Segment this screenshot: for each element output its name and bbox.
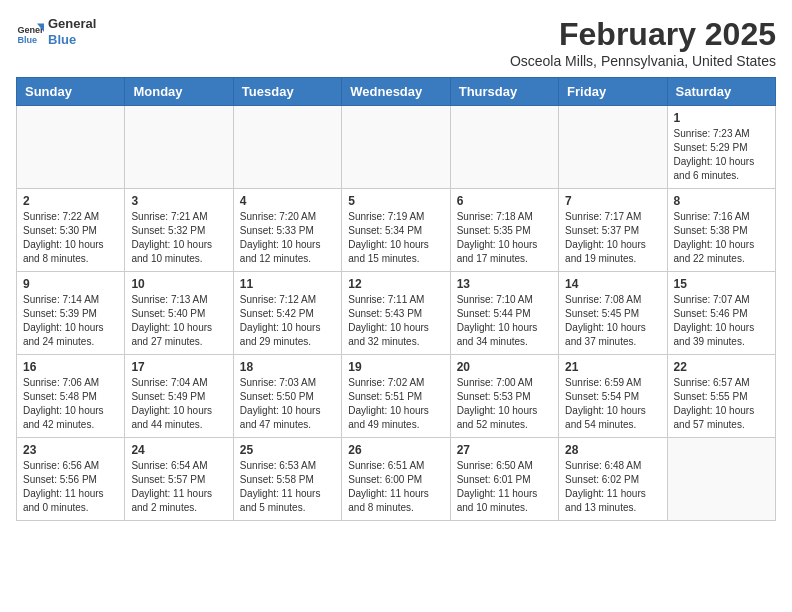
calendar-cell: 28Sunrise: 6:48 AM Sunset: 6:02 PM Dayli… [559,438,667,521]
day-number: 14 [565,277,660,291]
logo-general: General [48,16,96,32]
day-info: Sunrise: 6:48 AM Sunset: 6:02 PM Dayligh… [565,459,660,515]
day-info: Sunrise: 7:06 AM Sunset: 5:48 PM Dayligh… [23,376,118,432]
calendar-cell: 20Sunrise: 7:00 AM Sunset: 5:53 PM Dayli… [450,355,558,438]
day-info: Sunrise: 7:19 AM Sunset: 5:34 PM Dayligh… [348,210,443,266]
calendar-cell: 15Sunrise: 7:07 AM Sunset: 5:46 PM Dayli… [667,272,775,355]
day-number: 6 [457,194,552,208]
day-info: Sunrise: 7:20 AM Sunset: 5:33 PM Dayligh… [240,210,335,266]
calendar-cell [233,106,341,189]
day-info: Sunrise: 7:13 AM Sunset: 5:40 PM Dayligh… [131,293,226,349]
weekday-header-wednesday: Wednesday [342,78,450,106]
day-info: Sunrise: 6:50 AM Sunset: 6:01 PM Dayligh… [457,459,552,515]
calendar-cell: 19Sunrise: 7:02 AM Sunset: 5:51 PM Dayli… [342,355,450,438]
day-number: 21 [565,360,660,374]
page-header: General Blue General Blue February 2025 … [16,16,776,69]
calendar-cell: 22Sunrise: 6:57 AM Sunset: 5:55 PM Dayli… [667,355,775,438]
calendar-week-row: 23Sunrise: 6:56 AM Sunset: 5:56 PM Dayli… [17,438,776,521]
calendar-table: SundayMondayTuesdayWednesdayThursdayFrid… [16,77,776,521]
calendar-cell: 26Sunrise: 6:51 AM Sunset: 6:00 PM Dayli… [342,438,450,521]
weekday-header-saturday: Saturday [667,78,775,106]
location-subtitle: Osceola Mills, Pennsylvania, United Stat… [510,53,776,69]
day-number: 26 [348,443,443,457]
day-number: 4 [240,194,335,208]
logo-blue: Blue [48,32,96,48]
day-number: 11 [240,277,335,291]
day-number: 18 [240,360,335,374]
day-number: 28 [565,443,660,457]
day-number: 1 [674,111,769,125]
calendar-cell: 2Sunrise: 7:22 AM Sunset: 5:30 PM Daylig… [17,189,125,272]
day-number: 25 [240,443,335,457]
calendar-cell: 6Sunrise: 7:18 AM Sunset: 5:35 PM Daylig… [450,189,558,272]
calendar-cell: 11Sunrise: 7:12 AM Sunset: 5:42 PM Dayli… [233,272,341,355]
calendar-cell: 14Sunrise: 7:08 AM Sunset: 5:45 PM Dayli… [559,272,667,355]
calendar-cell: 12Sunrise: 7:11 AM Sunset: 5:43 PM Dayli… [342,272,450,355]
day-info: Sunrise: 6:57 AM Sunset: 5:55 PM Dayligh… [674,376,769,432]
calendar-cell: 27Sunrise: 6:50 AM Sunset: 6:01 PM Dayli… [450,438,558,521]
day-number: 2 [23,194,118,208]
day-number: 24 [131,443,226,457]
calendar-cell: 5Sunrise: 7:19 AM Sunset: 5:34 PM Daylig… [342,189,450,272]
svg-text:Blue: Blue [17,34,37,44]
calendar-cell: 7Sunrise: 7:17 AM Sunset: 5:37 PM Daylig… [559,189,667,272]
calendar-cell: 23Sunrise: 6:56 AM Sunset: 5:56 PM Dayli… [17,438,125,521]
day-number: 10 [131,277,226,291]
day-number: 23 [23,443,118,457]
calendar-cell [559,106,667,189]
day-info: Sunrise: 7:22 AM Sunset: 5:30 PM Dayligh… [23,210,118,266]
calendar-cell: 1Sunrise: 7:23 AM Sunset: 5:29 PM Daylig… [667,106,775,189]
day-number: 5 [348,194,443,208]
day-info: Sunrise: 7:02 AM Sunset: 5:51 PM Dayligh… [348,376,443,432]
month-title: February 2025 [510,16,776,53]
day-number: 8 [674,194,769,208]
day-number: 20 [457,360,552,374]
calendar-cell [667,438,775,521]
calendar-cell [125,106,233,189]
calendar-cell: 21Sunrise: 6:59 AM Sunset: 5:54 PM Dayli… [559,355,667,438]
day-info: Sunrise: 6:54 AM Sunset: 5:57 PM Dayligh… [131,459,226,515]
day-info: Sunrise: 7:03 AM Sunset: 5:50 PM Dayligh… [240,376,335,432]
day-number: 12 [348,277,443,291]
day-info: Sunrise: 7:23 AM Sunset: 5:29 PM Dayligh… [674,127,769,183]
calendar-cell: 10Sunrise: 7:13 AM Sunset: 5:40 PM Dayli… [125,272,233,355]
logo-icon: General Blue [16,18,44,46]
calendar-cell: 17Sunrise: 7:04 AM Sunset: 5:49 PM Dayli… [125,355,233,438]
calendar-week-row: 9Sunrise: 7:14 AM Sunset: 5:39 PM Daylig… [17,272,776,355]
day-info: Sunrise: 6:59 AM Sunset: 5:54 PM Dayligh… [565,376,660,432]
day-info: Sunrise: 7:08 AM Sunset: 5:45 PM Dayligh… [565,293,660,349]
calendar-cell: 4Sunrise: 7:20 AM Sunset: 5:33 PM Daylig… [233,189,341,272]
day-info: Sunrise: 7:17 AM Sunset: 5:37 PM Dayligh… [565,210,660,266]
weekday-header-thursday: Thursday [450,78,558,106]
day-number: 19 [348,360,443,374]
day-number: 16 [23,360,118,374]
weekday-header-sunday: Sunday [17,78,125,106]
day-info: Sunrise: 7:10 AM Sunset: 5:44 PM Dayligh… [457,293,552,349]
calendar-cell: 18Sunrise: 7:03 AM Sunset: 5:50 PM Dayli… [233,355,341,438]
calendar-cell: 24Sunrise: 6:54 AM Sunset: 5:57 PM Dayli… [125,438,233,521]
day-number: 22 [674,360,769,374]
day-info: Sunrise: 6:56 AM Sunset: 5:56 PM Dayligh… [23,459,118,515]
calendar-header-row: SundayMondayTuesdayWednesdayThursdayFrid… [17,78,776,106]
calendar-cell: 3Sunrise: 7:21 AM Sunset: 5:32 PM Daylig… [125,189,233,272]
calendar-cell: 8Sunrise: 7:16 AM Sunset: 5:38 PM Daylig… [667,189,775,272]
day-number: 17 [131,360,226,374]
day-info: Sunrise: 7:04 AM Sunset: 5:49 PM Dayligh… [131,376,226,432]
calendar-week-row: 2Sunrise: 7:22 AM Sunset: 5:30 PM Daylig… [17,189,776,272]
day-info: Sunrise: 7:11 AM Sunset: 5:43 PM Dayligh… [348,293,443,349]
day-info: Sunrise: 7:21 AM Sunset: 5:32 PM Dayligh… [131,210,226,266]
calendar-cell [342,106,450,189]
day-number: 15 [674,277,769,291]
day-number: 3 [131,194,226,208]
day-info: Sunrise: 7:07 AM Sunset: 5:46 PM Dayligh… [674,293,769,349]
calendar-cell [17,106,125,189]
day-info: Sunrise: 6:53 AM Sunset: 5:58 PM Dayligh… [240,459,335,515]
calendar-cell: 9Sunrise: 7:14 AM Sunset: 5:39 PM Daylig… [17,272,125,355]
logo: General Blue General Blue [16,16,96,47]
calendar-cell: 13Sunrise: 7:10 AM Sunset: 5:44 PM Dayli… [450,272,558,355]
calendar-cell: 16Sunrise: 7:06 AM Sunset: 5:48 PM Dayli… [17,355,125,438]
weekday-header-friday: Friday [559,78,667,106]
day-number: 7 [565,194,660,208]
day-info: Sunrise: 7:00 AM Sunset: 5:53 PM Dayligh… [457,376,552,432]
weekday-header-monday: Monday [125,78,233,106]
